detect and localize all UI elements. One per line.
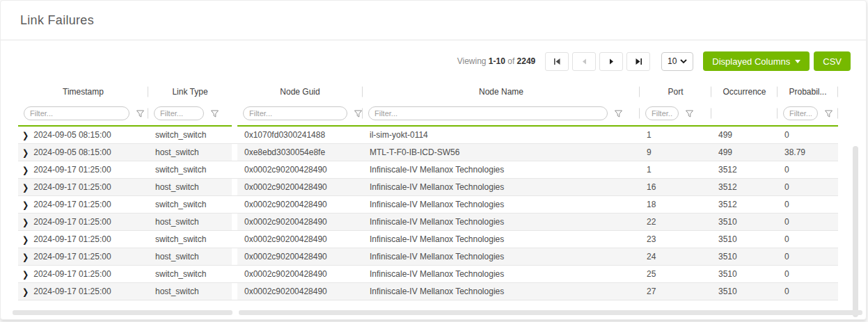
previous-page-icon [581,58,587,65]
filter-funnel-icon[interactable] [210,109,219,118]
filter-cell-node-guid [237,102,363,125]
node-guid-value: 0x0002c90200428490 [237,196,363,214]
probability-value: 0 [778,283,838,300]
node-guid-value: 0x0002c90200428490 [237,266,363,283]
column-header-probability[interactable]: Probabil... [778,82,838,102]
expand-row-icon[interactable]: ❯ [22,165,29,175]
node-name-value: MTL-T-F0-IB-ICD-SW56 [363,144,640,161]
occurrence-value: 499 [711,127,778,144]
filter-funnel-icon[interactable] [685,109,694,118]
node-name-value: Infiniscale-IV Mellanox Technologies [363,231,640,248]
filter-cell-probability [778,102,838,125]
port-value: 25 [640,266,711,283]
expand-row-icon[interactable]: ❯ [22,182,29,193]
occurrence-value: 3512 [711,179,778,196]
horizontal-scrollbar-pinned-track[interactable] [13,310,232,315]
page-size-select[interactable]: 10 [661,52,693,71]
next-page-button[interactable] [599,52,623,71]
probability-filter-input[interactable] [783,106,818,120]
port-filter-input[interactable] [645,106,679,120]
table-row[interactable]: ❯2024-09-17 01:25:00 switch_switch 0x000… [18,231,838,248]
occurrence-value: 3510 [711,231,778,248]
expand-row-icon[interactable]: ❯ [22,147,29,158]
occurrence-value: 3510 [711,283,778,300]
filter-cell-node-name [363,102,640,125]
node-name-value: Infiniscale-IV Mellanox Technologies [363,179,640,196]
pinned-gutter [232,82,237,102]
table-row[interactable]: ❯2024-09-17 01:25:00 host_switch 0x0002c… [18,248,838,266]
port-value: 24 [640,248,711,266]
probability-value: 0 [778,196,838,214]
timestamp-value: 2024-09-17 01:25:00 [33,200,111,209]
filter-funnel-icon[interactable] [824,109,833,118]
node-guid-value: 0x1070fd0300241488 [237,127,363,144]
last-page-icon [635,58,642,65]
column-header-timestamp[interactable]: Timestamp [18,82,148,102]
first-page-icon [553,58,561,65]
port-value: 22 [640,214,711,231]
port-value: 9 [640,144,711,161]
occurrence-value: 499 [711,144,778,161]
link-failures-panel: Link Failures Viewing 1-10 of 2249 10 [0,0,867,320]
table-row[interactable]: ❯2024-09-05 08:15:00 host_switch 0xe8ebd… [18,144,838,161]
displayed-columns-button[interactable]: Displayed Columns [703,51,810,71]
table-row[interactable]: ❯2024-09-17 01:25:00 host_switch 0x0002c… [18,283,838,300]
port-value: 18 [640,196,711,214]
displayed-columns-label: Displayed Columns [712,56,790,67]
filter-funnel-icon[interactable] [136,109,145,118]
table-row[interactable]: ❯2024-09-05 08:15:00 switch_switch 0x107… [18,127,838,144]
probability-value: 0 [778,231,838,248]
table-row[interactable]: ❯2024-09-17 01:25:00 switch_switch 0x000… [18,161,838,179]
link-type-value: switch_switch [148,127,232,144]
table-row[interactable]: ❯2024-09-17 01:25:00 switch_switch 0x000… [18,266,838,283]
link-type-value: switch_switch [148,266,232,283]
table-row[interactable]: ❯2024-09-17 01:25:00 host_switch 0x0002c… [18,179,838,196]
timestamp-filter-input[interactable] [24,106,129,120]
node-name-value: Infiniscale-IV Mellanox Technologies [363,248,640,266]
timestamp-value: 2024-09-17 01:25:00 [33,217,111,227]
column-header-occurrence[interactable]: Occurrence [711,82,778,102]
filter-funnel-icon[interactable] [354,109,363,118]
timestamp-value: 2024-09-17 01:25:00 [33,287,111,296]
column-header-node-guid[interactable]: Node Guid [237,82,363,102]
table-row[interactable]: ❯2024-09-17 01:25:00 host_switch 0x0002c… [18,214,838,231]
filter-cell-port [640,102,711,125]
port-value: 16 [640,179,711,196]
viewing-range: 1-10 [489,56,505,66]
expand-row-icon[interactable]: ❯ [22,234,29,245]
link-type-value: host_switch [148,214,232,231]
viewing-status: Viewing 1-10 of 2249 [457,56,536,66]
column-header-port[interactable]: Port [640,82,711,102]
expand-row-icon[interactable]: ❯ [22,200,29,210]
vertical-scrollbar[interactable] [853,146,858,317]
horizontal-scrollbar [13,310,862,315]
node-guid-value: 0x0002c90200428490 [237,179,363,196]
probability-value: 0 [778,161,838,179]
previous-page-button[interactable] [572,52,596,71]
occurrence-value: 3512 [711,196,778,214]
table-row[interactable]: ❯2024-09-17 01:25:00 switch_switch 0x000… [18,196,838,214]
link-type-filter-input[interactable] [154,106,204,120]
timestamp-value: 2024-09-05 08:15:00 [33,130,111,140]
expand-row-icon[interactable]: ❯ [22,130,29,140]
link-type-value: host_switch [148,179,232,196]
horizontal-scrollbar-thumb[interactable] [239,310,862,315]
last-page-button[interactable] [626,52,650,71]
link-type-value: host_switch [148,283,232,300]
expand-row-icon[interactable]: ❯ [22,252,29,262]
column-header-node-name[interactable]: Node Name [363,82,640,102]
timestamp-value: 2024-09-17 01:25:00 [33,182,111,192]
expand-row-icon[interactable]: ❯ [22,287,29,297]
port-value: 1 [640,127,711,144]
expand-row-icon[interactable]: ❯ [22,217,29,227]
filter-funnel-icon[interactable] [614,109,623,118]
node-name-filter-input[interactable] [368,106,608,120]
expand-row-icon[interactable]: ❯ [22,269,29,280]
node-guid-filter-input[interactable] [243,106,347,120]
timestamp-value: 2024-09-05 08:15:00 [33,147,111,157]
node-name-value: il-sim-yokt-0114 [363,127,640,144]
timestamp-value: 2024-09-17 01:25:00 [33,234,111,244]
first-page-button[interactable] [545,52,569,71]
csv-export-button[interactable]: CSV [814,51,851,71]
column-header-link-type[interactable]: Link Type [148,82,232,102]
